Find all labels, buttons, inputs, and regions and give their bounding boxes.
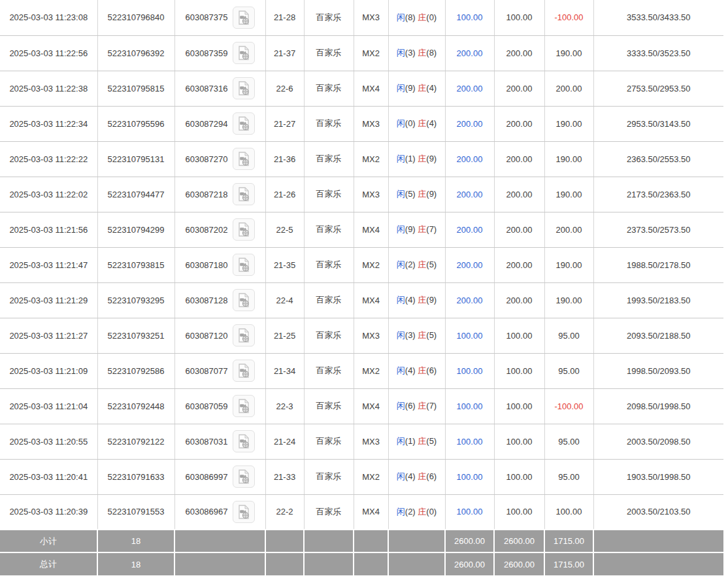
banker-result-label: 庄: [418, 260, 426, 269]
round-number: 22-3: [265, 388, 304, 424]
player-points: (3): [405, 330, 416, 340]
table-number: MX3: [354, 177, 388, 212]
balance: 3533.50/3433.50: [593, 0, 723, 35]
bet-amount: 100.00: [445, 318, 494, 353]
balance: 2003.50/2103.50: [593, 494, 723, 530]
video-replay-button[interactable]: [233, 324, 255, 347]
video-replay-button[interactable]: [233, 7, 255, 29]
round-number: 22-4: [265, 282, 304, 318]
valid-amount: 200.00: [494, 141, 544, 177]
table-number: MX4: [354, 494, 388, 530]
video-replay-button[interactable]: [233, 501, 255, 523]
bet-time: 2025-03-03 11:23:08: [0, 0, 97, 35]
round-id: 603087031: [185, 437, 227, 447]
video-file-icon: [236, 80, 252, 96]
player-points: (1): [405, 154, 416, 163]
video-file-icon: [236, 222, 252, 237]
video-replay-button[interactable]: [233, 183, 255, 205]
win-loss: 190.00: [544, 35, 593, 71]
game-type: 百家乐: [304, 212, 354, 247]
round-number: 21-27: [265, 106, 304, 141]
table-row: 2025-03-03 11:21:04 522310792448 6030870…: [0, 388, 723, 424]
total-label: 总计: [0, 552, 97, 575]
video-replay-button[interactable]: [233, 466, 255, 488]
video-replay-button[interactable]: [233, 360, 255, 382]
valid-amount: 100.00: [494, 459, 544, 494]
video-replay-button[interactable]: [233, 430, 255, 452]
table-row: 2025-03-03 11:20:39 522310791553 6030869…: [0, 494, 723, 530]
round-id: 603087059: [185, 401, 227, 411]
game-type: 百家乐: [304, 353, 354, 388]
round-id-cell: 603087202: [174, 212, 265, 247]
table-row: 2025-03-03 11:23:08 522310796840 6030873…: [0, 0, 723, 35]
banker-result-label: 庄: [418, 83, 426, 93]
video-replay-button[interactable]: [233, 112, 255, 135]
game-type: 百家乐: [304, 494, 354, 530]
result-cell: 闲(3) 庄(8): [388, 35, 445, 71]
round-number: 22-5: [265, 212, 304, 247]
banker-result-label: 庄: [418, 224, 426, 234]
total-bet-amount: 2600.00: [445, 552, 494, 575]
player-result-label: 闲: [397, 12, 405, 22]
video-replay-button[interactable]: [233, 148, 255, 170]
banker-result-label: 庄: [418, 48, 426, 58]
player-result-label: 闲: [397, 118, 405, 128]
win-loss: 190.00: [544, 282, 593, 318]
bet-id: 522310796392: [97, 35, 174, 71]
valid-amount: 200.00: [494, 177, 544, 212]
round-id: 603087120: [185, 331, 227, 341]
balance: 2093.50/2188.50: [593, 318, 723, 353]
result-cell: 闲(2) 庄(0): [388, 494, 445, 530]
bet-id: 522310794299: [97, 212, 174, 247]
bet-amount: 100.00: [445, 0, 494, 35]
video-file-icon: [236, 504, 252, 520]
bet-history-page: 2025-03-03 11:23:08 522310796840 6030873…: [0, 0, 728, 576]
player-points: (2): [405, 507, 416, 517]
balance: 2363.50/2553.50: [593, 141, 723, 177]
round-id-cell: 603087059: [174, 388, 265, 424]
player-result-label: 闲: [397, 365, 405, 375]
bet-time: 2025-03-03 11:22:34: [0, 106, 97, 141]
result-cell: 闲(5) 庄(9): [388, 177, 445, 212]
video-replay-button[interactable]: [233, 395, 255, 417]
round-number: 21-36: [265, 141, 304, 177]
table-row: 2025-03-03 11:20:41 522310791633 6030869…: [0, 459, 723, 494]
result-cell: 闲(2) 庄(5): [388, 247, 445, 282]
total-row: 总计 18 2600.00 2600.00 1715.00: [0, 552, 723, 575]
round-number: 21-35: [265, 247, 304, 282]
game-type: 百家乐: [304, 318, 354, 353]
win-loss: 95.00: [544, 318, 593, 353]
win-loss: -100.00: [544, 0, 593, 35]
banker-points: (4): [426, 118, 437, 128]
table-number: MX4: [354, 282, 388, 318]
bet-id: 522310794477: [97, 177, 174, 212]
table-number: MX3: [354, 0, 388, 35]
balance: 2953.50/3143.50: [593, 106, 723, 141]
video-file-icon: [236, 45, 252, 61]
bet-time: 2025-03-03 11:22:22: [0, 141, 97, 177]
video-replay-button[interactable]: [233, 77, 255, 99]
banker-result-label: 庄: [418, 295, 426, 305]
video-replay-button[interactable]: [233, 42, 255, 64]
game-type: 百家乐: [304, 177, 354, 212]
game-type: 百家乐: [304, 459, 354, 494]
bet-id: 522310793295: [97, 282, 174, 318]
banker-points: (7): [426, 224, 437, 234]
subtotal-row: 小计 18 2600.00 2600.00 1715.00: [0, 530, 723, 552]
video-replay-button[interactable]: [233, 289, 255, 311]
subtotal-count: 18: [97, 530, 174, 552]
bet-id: 522310795596: [97, 106, 174, 141]
banker-result-label: 庄: [418, 401, 426, 411]
banker-points: (9): [426, 154, 437, 163]
video-replay-button[interactable]: [233, 254, 255, 276]
round-id: 603087294: [185, 119, 227, 129]
video-replay-button[interactable]: [233, 218, 255, 241]
win-loss: 95.00: [544, 353, 593, 388]
bet-amount: 200.00: [445, 282, 494, 318]
balance: 2373.50/2573.50: [593, 212, 723, 247]
bet-time: 2025-03-03 11:20:41: [0, 459, 97, 494]
banker-points: (0): [426, 507, 437, 517]
bet-time: 2025-03-03 11:21:47: [0, 247, 97, 282]
win-loss: 95.00: [544, 424, 593, 459]
subtotal-win-loss: 1715.00: [544, 530, 593, 552]
